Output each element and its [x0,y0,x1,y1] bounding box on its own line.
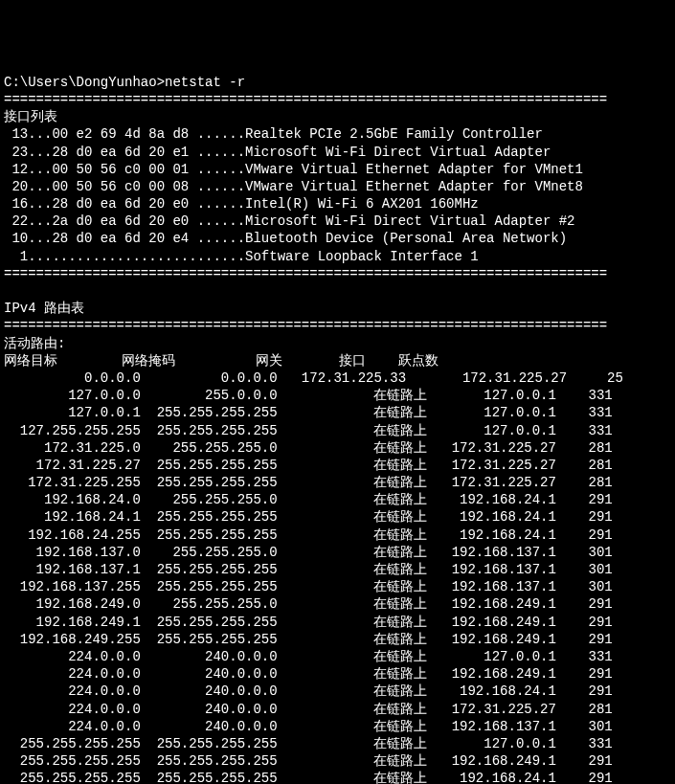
terminal-output: C:\Users\DongYunhao>netstat -r =========… [4,74,671,784]
